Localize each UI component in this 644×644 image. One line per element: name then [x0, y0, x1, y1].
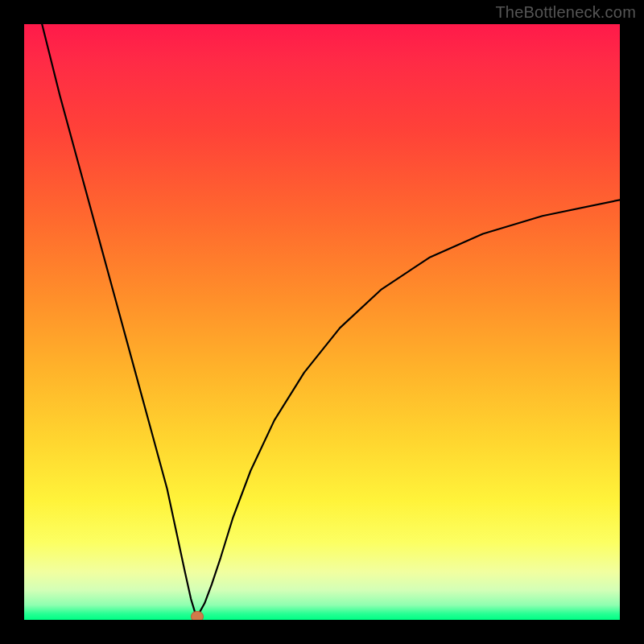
curve-svg — [24, 24, 620, 620]
bottleneck-curve — [42, 24, 620, 614]
attribution-label: TheBottleneck.com — [495, 3, 636, 22]
minimum-marker-icon — [191, 611, 204, 620]
chart-frame: TheBottleneck.com — [0, 0, 644, 644]
plot-area — [24, 24, 620, 620]
